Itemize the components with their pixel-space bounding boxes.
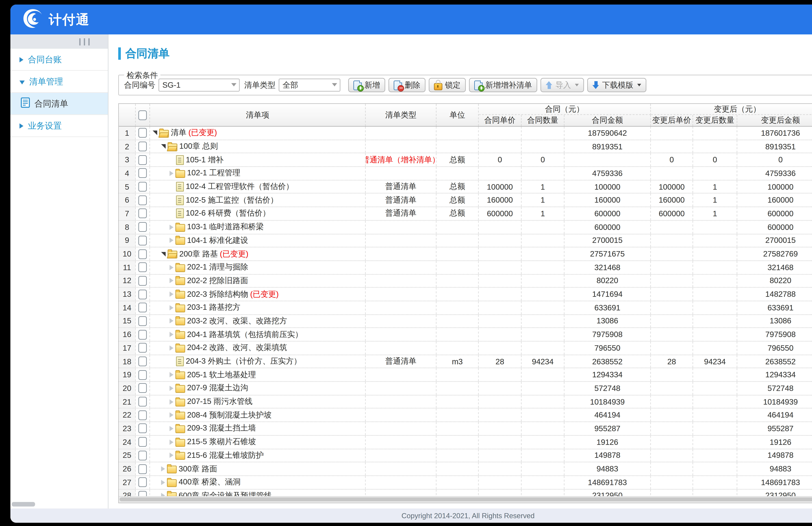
tree-expand-icon[interactable] — [170, 453, 173, 458]
sidebar-scrollbar-thumb[interactable] — [12, 502, 35, 507]
row-checkbox[interactable] — [139, 209, 147, 219]
row-checkbox[interactable] — [139, 182, 147, 192]
row-checkbox[interactable] — [139, 410, 147, 420]
table-horizontal-scrollbar[interactable] — [119, 496, 812, 502]
list-type-cell — [366, 221, 436, 233]
row-checkbox[interactable] — [139, 316, 147, 326]
delete-button[interactable]: 删除 — [389, 78, 425, 92]
contract-price-cell — [479, 422, 522, 435]
row-checkbox[interactable] — [139, 142, 147, 151]
folder-icon — [175, 304, 185, 312]
row-checkbox[interactable] — [139, 383, 147, 393]
sidebar-collapse-handle[interactable] — [10, 34, 108, 49]
contract-amount-cell: 187590642 — [565, 127, 651, 140]
row-checkbox[interactable] — [139, 451, 147, 460]
contract-amount-cell: 10184939 — [565, 395, 651, 408]
tree-expand-icon[interactable] — [170, 224, 173, 230]
list-type-cell — [366, 476, 436, 489]
item-tree-cell: 203-2 改河、改渠、改路挖方 — [150, 315, 366, 327]
tree-expand-icon[interactable] — [170, 238, 173, 243]
row-checkbox[interactable] — [139, 478, 147, 487]
tree-expand-icon[interactable] — [170, 278, 173, 283]
tree-expand-icon[interactable] — [170, 292, 173, 297]
scrollbar-thumb[interactable] — [119, 497, 812, 501]
item-name: 204-1 路基填筑（包括填前压实） — [187, 329, 303, 340]
select-all-checkbox[interactable] — [139, 110, 147, 120]
item-tree-cell: 204-2 改路、改河、改渠填筑 — [150, 341, 366, 354]
changed-price-cell — [651, 248, 693, 260]
add-supplement-button[interactable]: 新增增补清单 — [469, 78, 537, 92]
tree-expand-icon[interactable] — [170, 439, 173, 445]
list-type-cell — [366, 449, 436, 462]
sidebar-item-contract-list[interactable]: 合同清单 — [10, 93, 108, 115]
changed-amount-cell: 1482788 — [737, 288, 812, 301]
row-checkbox[interactable] — [139, 370, 147, 380]
list-type-select[interactable]: 全部 — [279, 78, 340, 91]
row-checkbox[interactable] — [139, 464, 147, 474]
tree-collapse-icon[interactable] — [161, 252, 166, 256]
tree-collapse-icon[interactable] — [153, 131, 157, 135]
tree-expand-icon[interactable] — [161, 480, 165, 485]
changed-amount-cell: 187601736 — [737, 127, 812, 140]
contract-amount-cell: 600000 — [565, 207, 651, 220]
tree-expand-icon[interactable] — [170, 171, 173, 176]
row-checkbox[interactable] — [139, 303, 147, 312]
tree-expand-icon[interactable] — [161, 466, 165, 471]
tree-expand-icon[interactable] — [170, 426, 173, 431]
import-button[interactable]: 导入 — [540, 78, 584, 92]
row-checkbox[interactable] — [139, 289, 147, 299]
sidebar-item-list-management[interactable]: 清单管理 — [10, 71, 108, 93]
tree-expand-icon[interactable] — [170, 372, 173, 378]
contract-price-cell — [479, 140, 522, 153]
download-template-button[interactable]: 下载模版 — [587, 78, 646, 92]
row-checkbox[interactable] — [139, 356, 147, 366]
checkbox-cell — [136, 180, 150, 193]
tree-expand-icon[interactable] — [170, 332, 173, 337]
item-name: 102-6 科研费（暂估价） — [186, 208, 270, 219]
tree-expand-icon[interactable] — [170, 399, 173, 404]
checkbox-cell — [136, 368, 150, 381]
add-button[interactable]: 新增 — [348, 78, 385, 92]
row-checkbox[interactable] — [139, 249, 147, 259]
sidebar-item-contract-ledger[interactable]: 合同台账 — [10, 49, 108, 71]
changed-amount-cell: 955287 — [737, 422, 812, 435]
row-checkbox[interactable] — [139, 195, 147, 205]
contract-amount-cell: 4759336 — [565, 167, 651, 180]
tree-collapse-icon[interactable] — [161, 144, 166, 149]
contract-qty-cell — [522, 234, 565, 247]
tree-expand-icon[interactable] — [170, 319, 173, 324]
unit-cell — [436, 436, 479, 449]
list-type-cell — [366, 315, 436, 327]
row-checkbox[interactable] — [139, 169, 147, 178]
row-checkbox[interactable] — [139, 155, 147, 165]
changed-qty-cell — [693, 274, 737, 287]
row-checkbox[interactable] — [139, 276, 147, 286]
row-checkbox[interactable] — [139, 437, 147, 447]
row-checkbox[interactable] — [139, 343, 147, 353]
unit-cell — [436, 274, 479, 287]
tree-expand-icon[interactable] — [170, 345, 173, 351]
row-checkbox[interactable] — [139, 330, 147, 339]
tree-expand-icon[interactable] — [170, 265, 173, 270]
row-checkbox[interactable] — [139, 128, 147, 138]
page-plus-icon — [353, 80, 362, 90]
tree-expand-icon[interactable] — [170, 412, 173, 418]
sidebar-item-business-settings[interactable]: 业务设置 — [10, 115, 108, 137]
changed-amount-cell: 149878 — [737, 449, 812, 462]
row-checkbox[interactable] — [139, 424, 147, 434]
row-checkbox[interactable] — [139, 236, 147, 245]
contract-no-select[interactable]: SG-1 — [159, 78, 240, 91]
tree-expand-icon[interactable] — [170, 305, 173, 310]
changed-qty-cell: 1 — [693, 180, 737, 193]
row-checkbox[interactable] — [139, 397, 147, 407]
row-number: 16 — [119, 328, 136, 341]
folder-icon — [175, 224, 185, 232]
lock-button[interactable]: 锁定 — [429, 78, 466, 92]
row-checkbox[interactable] — [139, 263, 147, 272]
row-checkbox[interactable] — [139, 222, 147, 232]
contract-price-cell — [479, 436, 522, 449]
row-number: 1 — [119, 127, 136, 140]
tree-expand-icon[interactable] — [170, 386, 173, 391]
contract-qty-cell — [522, 409, 565, 422]
table-row: 16204-1 路基填筑（包括填前压实）79759087975908未固化 — [119, 328, 812, 341]
